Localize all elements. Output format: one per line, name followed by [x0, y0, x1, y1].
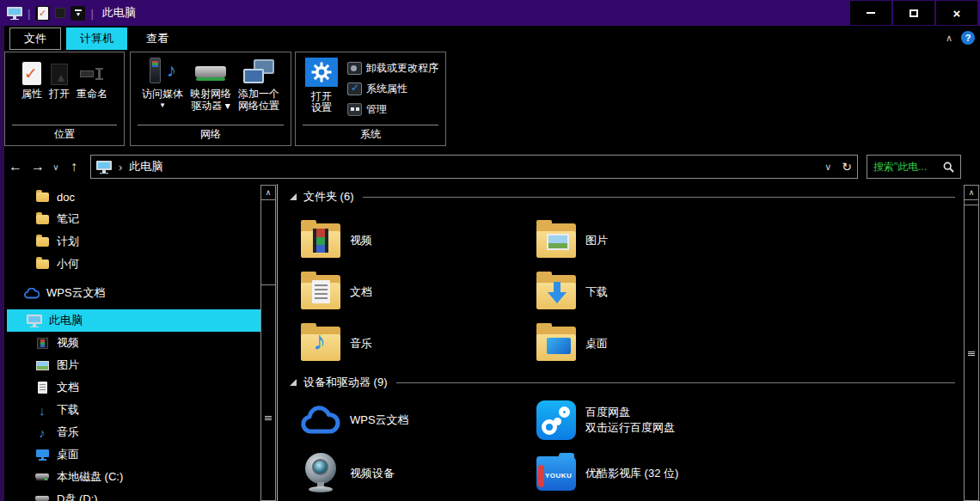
- devices-grid: WPS云文档 百度网盘 双击运行百度网盘 视频设备: [300, 394, 771, 500]
- back-button[interactable]: ←: [4, 159, 27, 174]
- desktop-folder-icon: [536, 323, 577, 364]
- tile-video-device[interactable]: 视频设备: [300, 447, 536, 500]
- tile-pictures[interactable]: 图片: [536, 215, 771, 266]
- search-input-text[interactable]: 搜索"此电...: [873, 160, 940, 174]
- app-computer-icon: [7, 7, 22, 20]
- maximize-icon: [910, 9, 918, 17]
- sidebar-item-music[interactable]: ♪ 音乐: [4, 421, 260, 443]
- close-button[interactable]: ×: [936, 1, 977, 25]
- address-bar-row: ← → ∨ ↑ › 此电脑 ∨ ↻ 搜索"此电...: [4, 151, 980, 182]
- section-rule: [363, 197, 956, 198]
- refresh-icon[interactable]: ↻: [842, 160, 852, 174]
- minimize-icon: [867, 12, 875, 14]
- scrollbar-up-icon[interactable]: ∧: [965, 186, 978, 200]
- maximize-button[interactable]: [893, 1, 934, 25]
- system-properties-icon: [347, 82, 362, 95]
- section-triangle-icon: [290, 379, 297, 386]
- network-location-icon: [243, 59, 274, 85]
- qat-newfolder-button[interactable]: [55, 8, 65, 18]
- tile-documents[interactable]: 文档: [300, 266, 536, 318]
- minimize-button[interactable]: [850, 1, 891, 25]
- customize-dropdown-icon: ▼: [75, 9, 82, 17]
- sidebar-item-videos[interactable]: 视频: [4, 332, 260, 354]
- sidebar-scrollbar[interactable]: ∧: [260, 185, 276, 501]
- qat-properties-button[interactable]: ✓: [35, 6, 50, 21]
- help-icon[interactable]: ?: [961, 31, 975, 45]
- downloads-folder-icon: [536, 272, 577, 313]
- main-scrollbar[interactable]: ∧: [964, 185, 979, 501]
- cloud-icon: [24, 286, 40, 301]
- recent-locations-button[interactable]: ∨: [49, 162, 63, 172]
- up-button[interactable]: ↑: [63, 159, 85, 174]
- tile-youku-library[interactable]: YOUKU 优酷影视库 (32 位): [536, 447, 771, 500]
- manage-button[interactable]: 管理: [347, 102, 438, 117]
- scrollbar-up-icon[interactable]: ∧: [261, 186, 275, 200]
- ribbon-group-location: ✓ 属性 ▲ 打开 重命名 位置: [4, 52, 125, 146]
- address-dropdown-icon[interactable]: ∨: [824, 162, 831, 173]
- videos-icon: [34, 336, 50, 351]
- open-icon: ▲: [51, 64, 68, 85]
- sidebar-item-local-disk-c[interactable]: 本地磁盘 (C:): [4, 466, 260, 488]
- sidebar-item-notes[interactable]: 笔记: [4, 208, 260, 230]
- scrollbar-grip-icon: [968, 351, 975, 356]
- qat-customize-button[interactable]: ▼: [70, 6, 85, 21]
- section-rule: [396, 382, 956, 383]
- tile-wps-cloud[interactable]: WPS云文档: [300, 394, 536, 447]
- folder-icon: [34, 212, 50, 227]
- uninstall-program-button[interactable]: 卸载或更改程序: [347, 61, 438, 76]
- map-network-drive-button[interactable]: 映射网络 驱动器 ▾: [187, 58, 234, 113]
- collapse-ribbon-icon[interactable]: ∧: [946, 33, 952, 44]
- properties-icon: ✓: [22, 62, 41, 85]
- youku-icon: YOUKU: [536, 453, 577, 494]
- scrollbar-thumb[interactable]: [261, 284, 275, 500]
- pictures-folder-icon: [536, 220, 577, 261]
- window-title: 此电脑: [102, 5, 136, 21]
- system-properties-button[interactable]: 系统属性: [347, 82, 438, 96]
- tile-baidu-netdisk[interactable]: 百度网盘 双击运行百度网盘: [536, 394, 771, 447]
- settings-gear-icon: [305, 58, 338, 87]
- tile-desktop[interactable]: 桌面: [536, 318, 771, 370]
- sidebar-item-plan[interactable]: 计划: [4, 230, 260, 253]
- tab-computer[interactable]: 计算机: [66, 27, 127, 50]
- sidebar-item-pictures[interactable]: 图片: [4, 354, 260, 376]
- address-computer-icon: [96, 161, 112, 174]
- sidebar-item-wps-cloud[interactable]: WPS云文档: [4, 282, 260, 304]
- ribbon-group-network: ♪ 访问媒体 ▾ 映射网络 驱动器 ▾ 添加一个 网络位置 网络: [130, 52, 291, 146]
- sidebar-item-downloads[interactable]: ↓ 下载: [4, 399, 260, 421]
- ribbon-tab-row: 文件 计算机 查看 ∧ ?: [4, 26, 980, 50]
- quick-access-toolbar: ✓ ▼: [35, 6, 85, 21]
- properties-button[interactable]: ✓ 属性: [19, 58, 45, 101]
- open-settings-button[interactable]: 打开 设置: [303, 58, 340, 114]
- tile-downloads[interactable]: 下载: [536, 266, 771, 318]
- tab-file[interactable]: 文件: [9, 27, 61, 50]
- folder-icon: [34, 190, 50, 205]
- properties-icon: ✓: [38, 7, 48, 20]
- tile-music[interactable]: ♪ 音乐: [300, 318, 536, 370]
- group-label-network: 网络: [131, 125, 291, 145]
- sidebar-item-xiaohe[interactable]: 小何: [4, 253, 260, 275]
- scrollbar-thumb[interactable]: [965, 205, 978, 500]
- section-header-devices[interactable]: 设备和驱动器 (9): [290, 375, 955, 390]
- section-header-folders[interactable]: 文件夹 (6): [290, 189, 955, 205]
- sidebar-item-this-pc[interactable]: 此电脑: [7, 309, 260, 332]
- files-panel: 文件夹 (6) 视频 图片: [277, 184, 964, 501]
- tab-view[interactable]: 查看: [132, 27, 182, 50]
- sidebar-item-documents[interactable]: 文档: [4, 376, 260, 399]
- breadcrumb-root[interactable]: 此电脑: [129, 159, 162, 174]
- sidebar-item-desktop[interactable]: 桌面: [4, 443, 260, 466]
- address-bar[interactable]: › 此电脑 ∨ ↻: [90, 155, 858, 179]
- folder-icon: [34, 257, 50, 272]
- sidebar-item-doc[interactable]: doc: [4, 186, 260, 208]
- tile-videos[interactable]: 视频: [300, 215, 536, 266]
- add-network-location-button[interactable]: 添加一个 网络位置: [236, 58, 282, 113]
- ribbon: ✓ 属性 ▲ 打开 重命名 位置 ♪ 访问媒体 ▾: [4, 50, 980, 150]
- search-box[interactable]: 搜索"此电...: [867, 155, 961, 179]
- rename-button[interactable]: 重命名: [74, 58, 110, 101]
- forward-button[interactable]: →: [27, 159, 49, 174]
- open-button[interactable]: ▲ 打开: [46, 58, 72, 101]
- scrollbar-grip-icon: [265, 416, 272, 420]
- desktop-icon: [34, 448, 50, 462]
- sidebar-item-disk-d[interactable]: D盘 (D:): [4, 488, 260, 501]
- access-media-button[interactable]: ♪ 访问媒体 ▾: [139, 58, 186, 113]
- dropdown-arrow-icon: ▾: [161, 99, 165, 111]
